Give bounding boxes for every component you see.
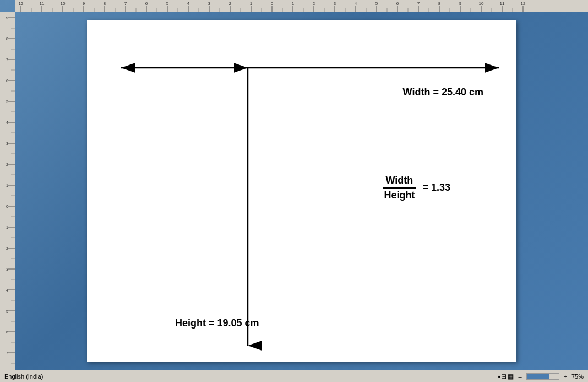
svg-rect-77	[0, 12, 15, 370]
fraction-equals: = 1.33	[422, 182, 450, 193]
svg-text:10: 10	[61, 1, 66, 6]
svg-text:4: 4	[355, 1, 357, 6]
svg-text:12: 12	[19, 1, 24, 6]
ruler-top: 1211109876543210123456789101112	[15, 0, 588, 12]
svg-text:9: 9	[83, 1, 85, 6]
svg-text:5: 5	[6, 309, 8, 313]
svg-text:3: 3	[6, 142, 8, 146]
svg-text:6: 6	[145, 1, 148, 6]
svg-text:1: 1	[250, 1, 253, 6]
content-area: Width = 25.40 cm Height = 19.05 cm Width…	[15, 12, 588, 370]
document-page: Width = 25.40 cm Height = 19.05 cm Width…	[87, 20, 516, 362]
ruler-left: 9876543210123456789	[0, 12, 15, 370]
svg-text:7: 7	[6, 58, 8, 62]
zoom-level: 75%	[571, 373, 584, 380]
diagram-svg	[87, 20, 516, 362]
svg-text:3: 3	[334, 1, 336, 6]
svg-text:5: 5	[375, 1, 378, 6]
svg-text:7: 7	[6, 351, 8, 355]
svg-text:1: 1	[6, 184, 8, 187]
svg-text:6: 6	[6, 79, 8, 83]
ruler-top-svg: 1211109876543210123456789101112	[15, 0, 588, 12]
fraction-denominator: Height	[383, 189, 416, 201]
svg-text:5: 5	[6, 100, 8, 104]
svg-text:11: 11	[500, 1, 505, 6]
zoom-minus-button[interactable]: –	[518, 373, 521, 380]
svg-text:10: 10	[479, 1, 484, 6]
svg-text:11: 11	[40, 1, 45, 6]
height-label: Height = 19.05 cm	[175, 318, 259, 329]
zoom-plus-button[interactable]: +	[564, 373, 567, 380]
svg-text:3: 3	[208, 1, 211, 6]
svg-text:4: 4	[6, 288, 8, 292]
view-icons[interactable]: ▪ ⊟ ▦	[498, 373, 514, 380]
fraction: Width Height	[383, 175, 416, 201]
svg-text:4: 4	[187, 1, 190, 6]
svg-text:2: 2	[229, 1, 232, 6]
status-bar: English (India) ▪ ⊟ ▦ – + 75%	[0, 370, 588, 382]
svg-text:4: 4	[6, 121, 8, 125]
svg-text:8: 8	[104, 1, 106, 6]
zoom-slider[interactable]	[526, 373, 559, 380]
svg-text:6: 6	[6, 330, 8, 334]
view-print-icon[interactable]: ▦	[508, 373, 514, 380]
svg-text:5: 5	[166, 1, 169, 6]
status-language: English (India)	[4, 373, 43, 380]
svg-text:12: 12	[521, 1, 526, 6]
svg-text:0: 0	[271, 1, 274, 6]
fraction-container: Width Height = 1.33	[383, 175, 450, 201]
svg-text:7: 7	[124, 1, 127, 6]
svg-text:2: 2	[313, 1, 315, 6]
svg-text:3: 3	[6, 267, 8, 271]
fraction-numerator: Width	[383, 175, 416, 189]
view-web-icon[interactable]: ⊟	[501, 373, 507, 380]
svg-text:8: 8	[6, 37, 8, 41]
svg-text:9: 9	[459, 1, 462, 6]
width-label: Width = 25.40 cm	[403, 87, 483, 98]
svg-text:1: 1	[292, 1, 295, 6]
svg-text:2: 2	[6, 246, 8, 250]
ruler-left-svg: 9876543210123456789	[0, 12, 15, 370]
svg-text:8: 8	[438, 1, 441, 6]
svg-text:6: 6	[396, 1, 399, 6]
status-right-area: ▪ ⊟ ▦ – + 75%	[498, 373, 584, 380]
svg-text:2: 2	[6, 163, 8, 166]
view-normal-icon[interactable]: ▪	[498, 373, 500, 380]
svg-text:7: 7	[417, 1, 420, 6]
svg-text:1: 1	[6, 225, 8, 229]
svg-text:9: 9	[6, 16, 8, 20]
svg-text:0: 0	[6, 205, 8, 208]
